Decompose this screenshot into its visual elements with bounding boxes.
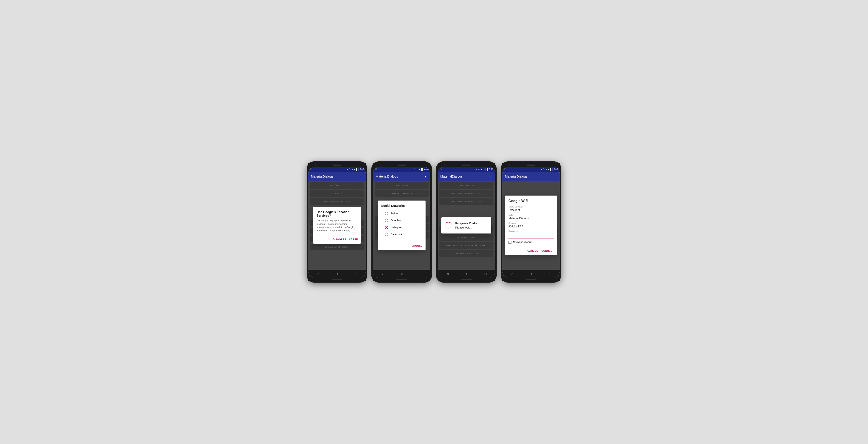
dialog-title-1: Use Google's Location Services? bbox=[317, 210, 358, 217]
wifi-show-password-row: Show password bbox=[508, 241, 554, 244]
radio-label-googleplus: Google+ bbox=[391, 219, 401, 222]
choose-button[interactable]: CHOOSE bbox=[411, 244, 423, 248]
wifi-dialog: Google Wifi Signal strength Excellent SS… bbox=[505, 196, 557, 255]
phone-speaker-1 bbox=[333, 165, 341, 166]
wifi-password-label: Password bbox=[508, 230, 554, 233]
status-bar-1: 🎧 ✦ ⏱ ▼ ▲ ▌▌ 6:46 bbox=[308, 167, 366, 172]
recent-btn-2[interactable]: □ bbox=[420, 272, 422, 276]
dialog-overlay-1: Use Google's Location Services? Let Goog… bbox=[308, 181, 366, 270]
phone-inner-2: 🎧 ✦ ⏱ ▼ ▲ ▌▌ 6:46 MaterialDialogs ⋮ BASI… bbox=[373, 167, 430, 278]
recent-btn-1[interactable]: □ bbox=[355, 272, 357, 276]
wifi-title: Google Wifi bbox=[508, 199, 554, 203]
status-right-3: ✦ ⏱ ▼ ▲ ▌▌ 6:46 bbox=[476, 168, 493, 171]
home-bar-4 bbox=[526, 279, 536, 280]
wifi-ssid-value: Material Dialogs bbox=[508, 216, 554, 220]
phone-top-bar-2 bbox=[373, 163, 430, 167]
phone-speaker-3 bbox=[462, 165, 471, 166]
status-left-3: 🎧 bbox=[439, 168, 442, 170]
agree-button[interactable]: AGREE bbox=[348, 237, 358, 241]
bottom-nav-1: ◁ ○ □ bbox=[308, 270, 366, 278]
phone-top-bar-4 bbox=[502, 163, 560, 167]
wifi-ssid-field: SSID Material Dialogs bbox=[508, 214, 554, 220]
menu-icon-3[interactable]: ⋮ bbox=[488, 174, 492, 179]
wifi-signal-label: Signal strength bbox=[508, 206, 554, 208]
connect-button[interactable]: CONNECT bbox=[541, 249, 554, 253]
phone-speaker-4 bbox=[527, 165, 535, 166]
radio-inner-instagram bbox=[385, 227, 388, 228]
bottom-nav-3: ◁ ○ □ bbox=[438, 270, 495, 278]
back-btn-3[interactable]: ◁ bbox=[446, 272, 448, 276]
phone-camera-2 bbox=[379, 164, 381, 166]
phone-1: 🎧 ✦ ⏱ ▼ ▲ ▌▌ 6:46 MaterialDialogs ⋮ BASI… bbox=[307, 161, 367, 283]
spinner-icon bbox=[445, 222, 452, 229]
app-bar-4: MaterialDialogs ⋮ bbox=[502, 172, 560, 181]
home-btn-2[interactable]: ○ bbox=[401, 272, 403, 276]
status-bar-4: 🎧 ✦ ⏱ ▼ ▲ ▌▌ 6:46 bbox=[502, 167, 560, 172]
progress-title: Progress Dialog bbox=[455, 221, 478, 225]
phone-inner-3: 🎧 ✦ ⏱ ▼ ▲ ▌▌ 6:46 MaterialDialogs ⋮ CUST… bbox=[438, 167, 495, 278]
app-bar-3: MaterialDialogs ⋮ bbox=[438, 172, 495, 181]
wifi-actions: CANCEL CONNECT bbox=[505, 247, 557, 255]
phone-inner-4: 🎧 ✦ ⏱ ▼ ▲ ▌▌ 6:46 MaterialDialogs ⋮ Goog… bbox=[502, 167, 560, 278]
radio-item-instagram[interactable]: Instagram bbox=[381, 224, 422, 231]
status-left-4: 🎧 bbox=[504, 168, 506, 170]
menu-icon-4[interactable]: ⋮ bbox=[553, 174, 557, 179]
home-bar-2 bbox=[396, 279, 407, 280]
time-3: 6:46 bbox=[489, 168, 493, 171]
dialog-body-2: Social Networks Twitter Go bbox=[378, 201, 426, 242]
time-1: 6:46 bbox=[360, 168, 364, 171]
home-btn-4[interactable]: ○ bbox=[530, 272, 532, 276]
disagree-button[interactable]: DISAGREE bbox=[333, 237, 346, 241]
home-btn-3[interactable]: ○ bbox=[466, 272, 467, 276]
social-networks-dialog: Social Networks Twitter Go bbox=[378, 201, 426, 250]
wifi-security-label: Security bbox=[508, 222, 554, 225]
home-btn-1[interactable]: ○ bbox=[336, 272, 338, 276]
menu-icon-2[interactable]: ⋮ bbox=[424, 174, 428, 179]
back-btn-2[interactable]: ◁ bbox=[381, 272, 384, 276]
status-icons-2: ✦ ⏱ ▼ ▲ ▌▌ bbox=[411, 168, 424, 170]
recent-btn-4[interactable]: □ bbox=[549, 272, 551, 276]
app-bar-title-3: MaterialDialogs bbox=[440, 174, 463, 178]
phone-4: 🎧 ✦ ⏱ ▼ ▲ ▌▌ 6:46 MaterialDialogs ⋮ Goog… bbox=[501, 161, 561, 283]
wifi-password-input[interactable] bbox=[508, 233, 554, 238]
app-bar-title-4: MaterialDialogs bbox=[505, 174, 527, 178]
headphone-icon-3: 🎧 bbox=[439, 168, 442, 170]
phone-bottom-4 bbox=[502, 278, 560, 281]
wifi-ssid-label: SSID bbox=[508, 214, 554, 216]
back-btn-1[interactable]: ◁ bbox=[317, 272, 319, 276]
radio-circle-facebook bbox=[385, 233, 388, 236]
cancel-button[interactable]: CANCEL bbox=[527, 249, 538, 253]
status-left-1: 🎧 bbox=[310, 168, 312, 170]
screen-content-4: Google Wifi Signal strength Excellent SS… bbox=[502, 181, 560, 270]
recent-btn-3[interactable]: □ bbox=[485, 272, 486, 276]
radio-label-instagram: Instagram bbox=[391, 226, 402, 229]
wifi-show-password-checkbox[interactable] bbox=[508, 241, 512, 244]
radio-item-facebook[interactable]: Facebook bbox=[381, 231, 422, 238]
menu-icon-1[interactable]: ⋮ bbox=[359, 174, 363, 179]
phone-bottom-2 bbox=[373, 278, 430, 281]
dialog-actions-2: CHOOSE bbox=[378, 242, 426, 250]
phone-bottom-1 bbox=[308, 278, 366, 281]
wifi-security-field: Security 802.1x EAP bbox=[508, 222, 554, 228]
phone-camera-3 bbox=[444, 164, 445, 166]
phone-3: 🎧 ✦ ⏱ ▼ ▲ ▌▌ 6:46 MaterialDialogs ⋮ CUST… bbox=[436, 161, 497, 283]
wifi-signal-field: Signal strength Excellent bbox=[508, 206, 554, 212]
radio-item-twitter[interactable]: Twitter bbox=[381, 210, 422, 217]
time-4: 6:46 bbox=[554, 168, 558, 171]
back-btn-4[interactable]: ◁ bbox=[511, 272, 513, 276]
status-icons-4: ✦ ⏱ ▼ ▲ ▌▌ bbox=[540, 168, 553, 170]
app-bar-1: MaterialDialogs ⋮ bbox=[308, 172, 366, 181]
home-bar-3 bbox=[461, 279, 472, 280]
time-2: 6:46 bbox=[425, 168, 429, 171]
phone-2: 🎧 ✦ ⏱ ▼ ▲ ▌▌ 6:46 MaterialDialogs ⋮ BASI… bbox=[371, 161, 432, 283]
radio-item-googleplus[interactable]: Google+ bbox=[381, 217, 422, 224]
home-bar-1 bbox=[332, 279, 342, 280]
confirm-dialog: Use Google's Location Services? Let Goog… bbox=[313, 207, 361, 244]
phone-top-bar-3 bbox=[438, 163, 495, 167]
radio-circle-twitter bbox=[385, 212, 388, 215]
wifi-show-password-label: Show password bbox=[513, 241, 532, 244]
phone-camera-4 bbox=[509, 164, 510, 166]
status-bar-3: 🎧 ✦ ⏱ ▼ ▲ ▌▌ 6:46 bbox=[438, 167, 495, 172]
progress-dialog: Progress Dialog Please wait... bbox=[441, 217, 491, 234]
bottom-nav-2: ◁ ○ □ bbox=[373, 270, 430, 278]
